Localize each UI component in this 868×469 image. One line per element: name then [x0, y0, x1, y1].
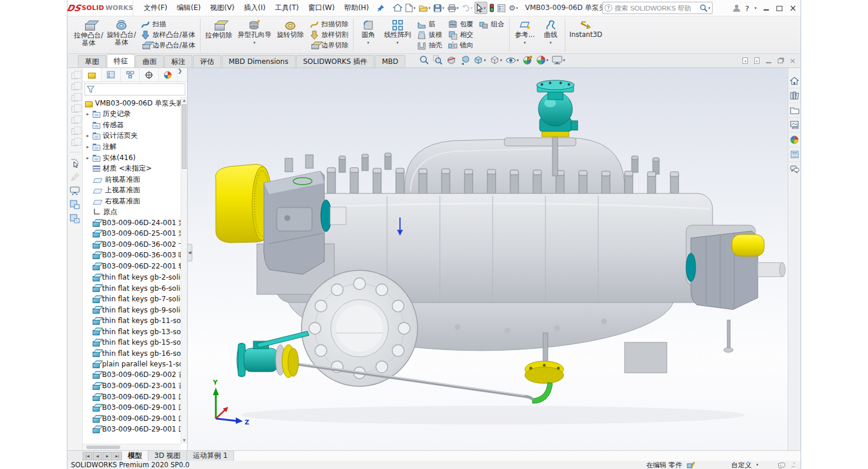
mechanical-seal-teal[interactable]	[321, 200, 331, 232]
right-yellow-cap[interactable]	[732, 235, 764, 256]
pin-menu-icon[interactable]	[376, 3, 386, 13]
zoom-to-area-button[interactable]	[433, 55, 443, 65]
design-library-tab[interactable]	[788, 89, 801, 103]
tree-item-part[interactable]: B03-009-06D-36-003 吸	[84, 250, 187, 261]
document-close-button[interactable]: ×	[789, 56, 796, 65]
tab-sketch[interactable]: 草图	[78, 55, 106, 67]
window-pane-icon[interactable]	[70, 200, 80, 209]
tree-vertical-scrollbar[interactable]: ▲ ▼	[181, 97, 187, 444]
curves-button[interactable]: 曲线 ▾	[538, 17, 563, 53]
home-button[interactable]	[392, 2, 404, 13]
print-button[interactable]: ▾	[446, 3, 460, 13]
draft-button[interactable]: 拔模	[415, 30, 444, 40]
revolve-cut-button[interactable]: 旋转切除	[274, 17, 307, 53]
rebuild-button[interactable]	[488, 2, 496, 13]
apply-scene-button[interactable]: ▾	[536, 55, 549, 65]
boundary-button[interactable]: 边界凸台/基体	[139, 40, 197, 50]
revolve-boss-button[interactable]: 旋转凸台/基体	[105, 17, 138, 53]
select-contour-icon[interactable]	[70, 158, 80, 168]
menu-help[interactable]: 帮助(H)	[340, 1, 374, 15]
reference-geometry-button[interactable]: 参考... ▾	[511, 17, 538, 53]
pump-assembly-model[interactable]: Y Z	[188, 68, 788, 450]
dimxpert-tab[interactable]	[140, 68, 158, 81]
previous-document-button[interactable]: ◂	[742, 57, 748, 64]
tree-filter-input[interactable]	[97, 86, 183, 93]
home-tab[interactable]	[788, 74, 801, 89]
help-button[interactable]: ?	[745, 4, 750, 13]
loft-cut-button[interactable]: 放样切割	[308, 30, 350, 40]
boundary-cut-button[interactable]: 边界切除	[308, 40, 350, 50]
graphics-viewport[interactable]: Y Z	[188, 68, 788, 450]
search-icon[interactable]	[700, 4, 708, 12]
display-style-button[interactable]: ▾	[490, 55, 503, 65]
section-view-button[interactable]	[446, 55, 456, 65]
support-foot[interactable]	[625, 342, 667, 373]
tree-root[interactable]: VMB03-009-06D 单泵头装配	[84, 98, 187, 109]
menu-window[interactable]: 窗口(W)	[303, 1, 339, 15]
next-tab-button[interactable]: ▶	[103, 452, 112, 460]
tree-horizontal-scrollbar[interactable]	[83, 444, 181, 450]
loft-button[interactable]: 放样凸台/基体	[139, 30, 197, 40]
document-restore-button[interactable]	[778, 59, 783, 63]
first-tab-button[interactable]: |◀	[83, 452, 92, 460]
view-orientation-button[interactable]: ▾	[473, 55, 486, 65]
previous-view-button[interactable]	[460, 55, 470, 65]
tree-item-part[interactable]: B03-009-06D-29-001 口	[84, 392, 187, 403]
tree-item-part[interactable]: B03-009-06D-25-001 泵	[84, 229, 187, 240]
suction-flange[interactable]	[301, 270, 418, 386]
last-tab-button[interactable]: ▶|	[113, 452, 122, 460]
propertymanager-tab[interactable]	[101, 68, 120, 81]
open-document-button[interactable]: ▾	[418, 3, 432, 13]
extrude-cut-button[interactable]: 拉伸切除	[202, 17, 235, 53]
tree-item-part[interactable]: B03-009-06D-22-001 轴	[84, 261, 187, 272]
undo-button[interactable]: ▾	[460, 3, 474, 13]
tag-icon[interactable]	[778, 461, 786, 468]
menu-insert[interactable]: 插入(I)	[239, 1, 270, 15]
panel-collapse-handle[interactable]: ◀	[188, 244, 192, 261]
scrollbar-thumb[interactable]	[86, 446, 120, 449]
shell-button[interactable]: 抽壳	[415, 40, 444, 50]
tree-item-history[interactable]: ▸历史记录	[84, 109, 187, 120]
menu-edit[interactable]: 编辑(E)	[172, 1, 205, 15]
document-minimize-button[interactable]	[766, 59, 771, 63]
panel-tabs-overflow[interactable]: ❯	[178, 68, 187, 81]
tree-item-design-binder[interactable]: ▸设计活页夹	[84, 131, 187, 142]
file-explorer-tab[interactable]	[788, 103, 801, 118]
tree-item-right-plane[interactable]: 右视基准面	[84, 196, 187, 207]
linear-pattern-button[interactable]: 线性阵列 ▾	[381, 17, 414, 53]
tree-item-top-plane[interactable]: 上视基准面	[84, 185, 187, 196]
tree-item-part[interactable]: thin flat keys gb-7-solid	[84, 294, 187, 305]
view-settings-button[interactable]: ▾	[552, 56, 565, 64]
custom-properties-tab[interactable]	[788, 147, 801, 162]
tree-item-part[interactable]: thin flat keys gb-13-sol	[84, 326, 187, 337]
menu-view[interactable]: 视图(V)	[205, 1, 239, 15]
tree-item-solid-bodies[interactable]: ▸实体(416)	[84, 152, 187, 164]
zoom-to-fit-button[interactable]	[419, 55, 429, 65]
sweep-button[interactable]: 扫描	[139, 19, 197, 29]
custom-dropdown-arrow[interactable]: ▾	[756, 463, 758, 467]
expand-arrow-icon[interactable]: ▸	[85, 155, 90, 161]
tab-evaluate[interactable]: 评估	[193, 55, 221, 67]
scrollbar-thumb[interactable]	[182, 104, 187, 169]
menu-tools[interactable]: 工具(T)	[270, 1, 304, 15]
mechanical-seal-teal[interactable]	[686, 253, 696, 281]
ball-valve[interactable]	[237, 331, 309, 378]
options-button[interactable]: ⚙▾	[507, 2, 519, 13]
tab-features[interactable]: 特征	[107, 54, 135, 67]
evaluate-options-button[interactable]	[496, 3, 507, 13]
edit-sketch-icon[interactable]	[70, 172, 80, 182]
rib-button[interactable]: 筋	[415, 19, 444, 29]
view-palette-tab[interactable]	[788, 118, 801, 132]
tree-item-material[interactable]: 材质 <未指定>	[84, 163, 187, 174]
mirror-button[interactable]: 镜向	[446, 40, 475, 50]
tree-item-part[interactable]: thin flat keys gb-2-solid	[84, 272, 187, 283]
forum-tab[interactable]	[788, 162, 801, 176]
minimize-button[interactable]	[762, 4, 770, 12]
extrude-boss-button[interactable]: 拉伸凸台/基体	[72, 17, 105, 53]
model-tab[interactable]: 模型	[122, 451, 148, 461]
tree-item-part[interactable]: B03-009-06D-36-002 卡	[84, 239, 187, 250]
tree-item-part[interactable]: B03-009-06D-29-001 口	[84, 424, 187, 435]
login-user-icon[interactable]	[733, 5, 740, 12]
edit-appearance-button[interactable]	[523, 55, 533, 65]
tree-item-sensors[interactable]: 传感器	[84, 120, 187, 131]
